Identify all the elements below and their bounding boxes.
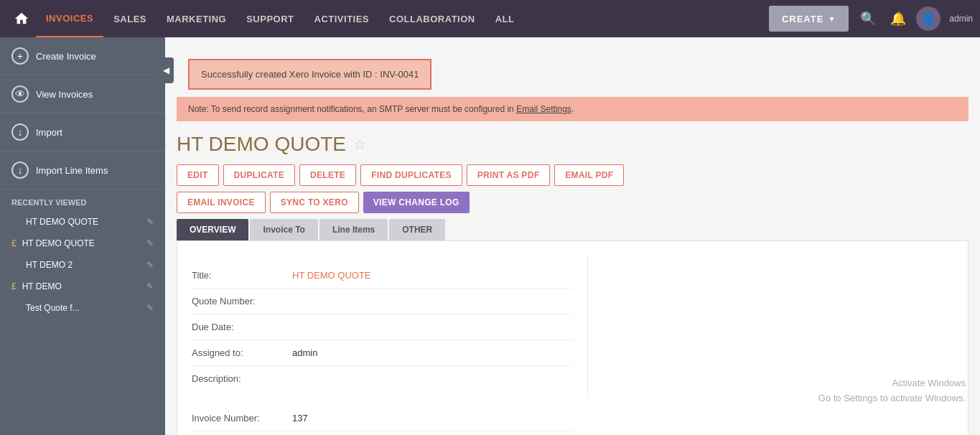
quote-number-label: Quote Number: bbox=[192, 296, 292, 307]
watermark: Activate Windows Go to Settings to activ… bbox=[818, 376, 966, 406]
nav-item-all[interactable]: ALL bbox=[485, 0, 525, 37]
duplicate-button[interactable]: DUPLICATE bbox=[223, 164, 295, 186]
detail-row-assigned-to: Assigned to: admin bbox=[192, 340, 573, 366]
sidebar-icon: 👁 bbox=[11, 85, 29, 103]
recent-item-left: £ HT DEMO QUOTE bbox=[11, 238, 142, 248]
sync-to-xero-button[interactable]: SYNC TO XERO bbox=[270, 192, 359, 213]
sidebar-item-label: View Invoices bbox=[36, 89, 93, 100]
edit-icon[interactable]: ✎ bbox=[146, 260, 154, 270]
detail-row-invoice-number: Invoice Number: 137 bbox=[192, 406, 573, 431]
description-label: Description: bbox=[192, 373, 292, 384]
home-button[interactable] bbox=[7, 0, 36, 37]
sidebar-item-view-invoices[interactable]: 👁 View Invoices bbox=[0, 75, 165, 113]
sidebar-item-import[interactable]: ↓ Import bbox=[0, 113, 165, 151]
create-caret-icon: ▼ bbox=[828, 15, 836, 23]
top-nav: INVOICESSALESMARKETINGSUPPORTACTIVITIESC… bbox=[0, 0, 980, 37]
recent-item-left: Test Quote f... bbox=[11, 303, 142, 313]
recent-item-left: HT DEMO 2 bbox=[11, 260, 142, 270]
vertical-divider bbox=[587, 256, 588, 398]
action-buttons-2: EMAIL INVOICE SYNC TO XERO VIEW CHANGE L… bbox=[165, 192, 980, 219]
view-change-log-button[interactable]: VIEW CHANGE LOG bbox=[363, 192, 470, 213]
detail-row-due-date: Due Date: bbox=[192, 314, 573, 340]
page-title-text: HT DEMO QUOTE bbox=[177, 133, 346, 156]
nav-item-support[interactable]: SUPPORT bbox=[236, 0, 304, 37]
assigned-to-value: admin bbox=[292, 347, 573, 358]
watermark-line2: Go to Settings to activate Windows. bbox=[818, 391, 966, 406]
title-value: HT DEMO QUOTE bbox=[292, 270, 573, 281]
success-message: Successfully created Xero Invoice with I… bbox=[201, 69, 419, 80]
sidebar-item-create-invoice[interactable]: + Create Invoice bbox=[0, 37, 165, 75]
action-buttons: EDIT DUPLICATE DELETE FIND DUPLICATES PR… bbox=[165, 159, 980, 192]
sidebar-item-label: Import bbox=[36, 127, 62, 138]
invoice-number-value: 137 bbox=[292, 413, 573, 424]
nav-item-sales[interactable]: SALES bbox=[103, 0, 157, 37]
find-duplicates-button[interactable]: FIND DUPLICATES bbox=[360, 164, 462, 186]
sidebar-item-label: Create Invoice bbox=[36, 51, 96, 62]
favorite-star-icon[interactable]: ☆ bbox=[353, 136, 366, 153]
sidebar-item-label: Import Line Items bbox=[36, 165, 108, 176]
sidebar-icon: ↓ bbox=[11, 162, 29, 179]
success-alert: Successfully created Xero Invoice with I… bbox=[188, 59, 431, 90]
recent-item-name: HT DEMO 2 bbox=[26, 260, 73, 270]
sidebar-recent-item[interactable]: HT DEMO QUOTE ✎ bbox=[0, 211, 165, 233]
edit-icon[interactable]: ✎ bbox=[146, 303, 154, 313]
sidebar-recent-item[interactable]: £ HT DEMO ✎ bbox=[0, 276, 165, 297]
due-date-label: Due Date: bbox=[192, 322, 292, 332]
nav-item-invoices[interactable]: INVOICES bbox=[36, 0, 103, 37]
recent-item-name: HT DEMO bbox=[22, 281, 62, 291]
detail-row-title: Title: HT DEMO QUOTE bbox=[192, 263, 573, 289]
recent-item-name: HT DEMO QUOTE bbox=[22, 238, 95, 248]
sidebar-recent-item[interactable]: Test Quote f... ✎ bbox=[0, 297, 165, 319]
detail-row-quote-date: Quote Date: 10/21/2024 bbox=[192, 431, 573, 435]
email-settings-link[interactable]: Email Settings bbox=[516, 104, 571, 114]
assigned-to-label: Assigned to: bbox=[192, 347, 292, 358]
edit-button[interactable]: EDIT bbox=[177, 164, 219, 186]
edit-icon[interactable]: ✎ bbox=[146, 238, 154, 248]
tab-other[interactable]: OTHER bbox=[389, 219, 445, 240]
recent-item-name: Test Quote f... bbox=[26, 303, 80, 313]
nav-item-activities[interactable]: ACTIVITIES bbox=[304, 0, 380, 37]
invoice-number-label: Invoice Number: bbox=[192, 413, 292, 424]
sidebar-recent-item[interactable]: HT DEMO 2 ✎ bbox=[0, 254, 165, 276]
recent-item-name: HT DEMO QUOTE bbox=[26, 217, 98, 227]
user-avatar[interactable]: 👤 bbox=[916, 6, 941, 31]
email-invoice-button[interactable]: EMAIL INVOICE bbox=[177, 192, 266, 213]
title-label: Title: bbox=[192, 270, 292, 281]
recent-item-left: £ HT DEMO bbox=[11, 281, 142, 291]
sidebar-icon: ↓ bbox=[11, 123, 29, 141]
main-content: Successfully created Xero Invoice with I… bbox=[165, 37, 980, 435]
currency-icon: £ bbox=[11, 281, 17, 291]
search-icon[interactable]: 🔍 bbox=[856, 6, 880, 31]
detail-right: Invoice Number: 137 Quote Date: 10/21/20… bbox=[192, 398, 573, 435]
sidebar: + Create Invoice 👁 View Invoices ↓ Impor… bbox=[0, 37, 165, 435]
tab-line-items[interactable]: Line Items bbox=[319, 219, 388, 240]
detail-left: Title: HT DEMO QUOTE Quote Number: Due D… bbox=[192, 256, 573, 398]
detail-grid: Title: HT DEMO QUOTE Quote Number: Due D… bbox=[192, 256, 953, 435]
sidebar-collapse-button[interactable]: ◀ bbox=[158, 57, 174, 83]
note-text: Note: To send record assignment notifica… bbox=[188, 104, 516, 114]
edit-icon[interactable]: ✎ bbox=[146, 281, 154, 291]
tab-overview[interactable]: OVERVIEW bbox=[177, 219, 248, 240]
create-button[interactable]: CREATE ▼ bbox=[769, 6, 849, 32]
recently-viewed-label: Recently Viewed bbox=[0, 190, 165, 211]
sidebar-item-import-line-items[interactable]: ↓ Import Line Items bbox=[0, 151, 165, 190]
edit-icon[interactable]: ✎ bbox=[146, 217, 154, 227]
sidebar-recent-item[interactable]: £ HT DEMO QUOTE ✎ bbox=[0, 233, 165, 254]
currency-icon: £ bbox=[11, 238, 17, 248]
email-pdf-button[interactable]: EMAIL PDF bbox=[554, 164, 624, 186]
nav-item-marketing[interactable]: MARKETING bbox=[157, 0, 236, 37]
nav-item-collaboration[interactable]: COLLABORATION bbox=[379, 0, 485, 37]
page-title: HT DEMO QUOTE ☆ bbox=[165, 121, 980, 159]
note-alert: Note: To send record assignment notifica… bbox=[177, 97, 969, 121]
notifications-icon[interactable]: 🔔 bbox=[886, 6, 910, 31]
recent-item-left: HT DEMO QUOTE bbox=[11, 217, 142, 227]
tab-invoice-to[interactable]: Invoice To bbox=[250, 219, 317, 240]
main-layout: + Create Invoice 👁 View Invoices ↓ Impor… bbox=[0, 37, 980, 435]
print-as-pdf-button[interactable]: PRINT AS PDF bbox=[467, 164, 551, 186]
watermark-line1: Activate Windows bbox=[818, 376, 966, 391]
detail-row-description: Description: bbox=[192, 366, 573, 391]
delete-button[interactable]: DELETE bbox=[299, 164, 356, 186]
sidebar-icon: + bbox=[11, 47, 29, 65]
detail-row-quote-number: Quote Number: bbox=[192, 289, 573, 314]
tabs: OVERVIEW Invoice To Line Items OTHER bbox=[165, 219, 980, 240]
